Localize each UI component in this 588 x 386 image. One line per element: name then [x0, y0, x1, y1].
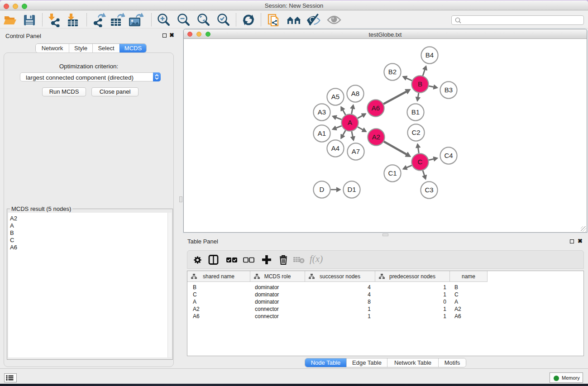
svg-text:C: C: [418, 158, 423, 166]
svg-text:D1: D1: [347, 186, 356, 193]
svg-text:A: A: [348, 119, 352, 126]
svg-text:B: B: [418, 80, 422, 88]
svg-text:C1: C1: [388, 169, 397, 177]
svg-text:B3: B3: [445, 86, 453, 94]
svg-text:C2: C2: [411, 129, 420, 136]
svg-text:A7: A7: [352, 148, 360, 155]
svg-text:B1: B1: [411, 108, 420, 116]
svg-text:C3: C3: [425, 186, 433, 194]
svg-text:A2: A2: [372, 133, 380, 141]
svg-text:A6: A6: [372, 104, 380, 112]
svg-text:C4: C4: [444, 152, 453, 159]
svg-text:A4: A4: [331, 144, 339, 152]
svg-text:A1: A1: [318, 129, 326, 137]
svg-text:B2: B2: [388, 68, 397, 76]
svg-text:D: D: [320, 186, 325, 193]
svg-text:A5: A5: [331, 93, 339, 100]
svg-text:B4: B4: [425, 51, 434, 59]
svg-text:A8: A8: [351, 90, 359, 97]
svg-text:A3: A3: [318, 108, 326, 116]
